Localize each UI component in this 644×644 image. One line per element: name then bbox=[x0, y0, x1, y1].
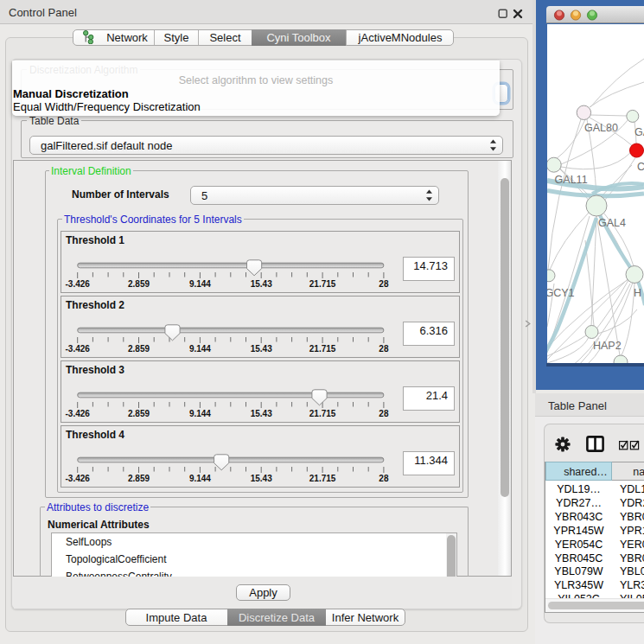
svg-text:-3.426: -3.426 bbox=[66, 279, 91, 289]
svg-text:15.43: 15.43 bbox=[251, 409, 272, 418]
svg-text:9.144: 9.144 bbox=[189, 409, 211, 418]
svg-text:9.144: 9.144 bbox=[189, 474, 211, 483]
svg-text:GAL4: GAL4 bbox=[598, 217, 626, 229]
svg-text:2.859: 2.859 bbox=[128, 474, 150, 483]
svg-text:15.43: 15.43 bbox=[251, 474, 272, 483]
svg-text:21.715: 21.715 bbox=[309, 279, 336, 289]
svg-text:C: C bbox=[637, 161, 644, 173]
svg-text:GAL80: GAL80 bbox=[584, 122, 618, 134]
svg-text:-3.426: -3.426 bbox=[66, 344, 91, 354]
svg-text:-3.426: -3.426 bbox=[66, 474, 91, 483]
svg-text:2.859: 2.859 bbox=[128, 279, 150, 289]
svg-text:2.859: 2.859 bbox=[128, 409, 150, 418]
svg-text:GA: GA bbox=[634, 126, 644, 138]
svg-text:GCY1: GCY1 bbox=[547, 287, 575, 299]
svg-text:HAP2: HAP2 bbox=[593, 340, 622, 352]
svg-text:28: 28 bbox=[379, 409, 389, 418]
svg-text:H: H bbox=[634, 287, 641, 299]
svg-text:15.43: 15.43 bbox=[251, 279, 272, 289]
svg-text:9.144: 9.144 bbox=[189, 344, 211, 354]
svg-text:15.43: 15.43 bbox=[251, 344, 272, 354]
svg-text:28: 28 bbox=[379, 474, 389, 483]
svg-text:-3.426: -3.426 bbox=[66, 409, 91, 418]
svg-text:28: 28 bbox=[379, 344, 389, 354]
svg-text:21.715: 21.715 bbox=[309, 409, 336, 418]
svg-text:28: 28 bbox=[379, 279, 389, 289]
svg-text:9.144: 9.144 bbox=[189, 279, 211, 289]
svg-text:GAL11: GAL11 bbox=[555, 174, 588, 186]
svg-text:2.859: 2.859 bbox=[128, 344, 150, 354]
svg-text:21.715: 21.715 bbox=[309, 344, 336, 354]
svg-text:21.715: 21.715 bbox=[309, 474, 336, 483]
